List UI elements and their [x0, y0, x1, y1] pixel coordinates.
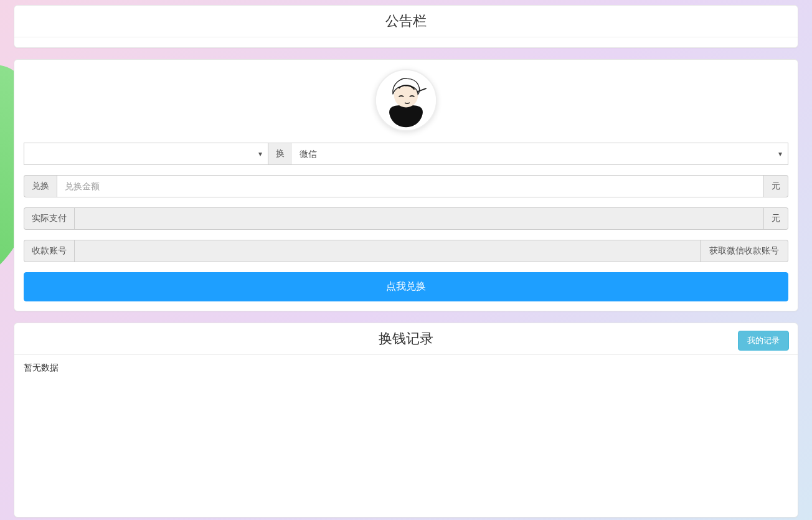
submit-exchange-button[interactable]: 点我兑换 [24, 272, 788, 301]
account-row: 收款账号 获取微信收款账号 [24, 240, 788, 262]
from-currency-select[interactable] [24, 143, 268, 165]
amount-prefix: 兑换 [24, 175, 57, 197]
records-title: 换钱记录 我的记录 [14, 323, 798, 355]
account-prefix: 收款账号 [24, 240, 74, 262]
avatar-image [376, 70, 436, 130]
swap-label: 换 [268, 143, 292, 165]
actual-pay-row: 实际支付 元 [24, 207, 788, 230]
exchange-form-panel: 换 微信 兑换 元 实际支付 元 收款账号 获取微信收款账号 点我兑换 [14, 59, 798, 311]
actual-pay-prefix: 实际支付 [24, 207, 74, 230]
announcement-title: 公告栏 [14, 6, 798, 37]
amount-input[interactable] [57, 175, 764, 197]
fetch-wechat-account-button[interactable]: 获取微信收款账号 [701, 240, 788, 262]
amount-row: 兑换 元 [24, 175, 788, 197]
records-title-text: 换钱记录 [379, 331, 433, 346]
records-body: 暂无数据 [14, 355, 798, 517]
amount-suffix: 元 [764, 175, 788, 197]
actual-pay-suffix: 元 [764, 207, 788, 230]
avatar [375, 69, 437, 131]
from-select-wrap [24, 143, 268, 165]
currency-select-row: 换 微信 [24, 143, 788, 165]
to-currency-select[interactable]: 微信 [292, 143, 788, 165]
actual-pay-input [74, 207, 764, 230]
to-select-wrap: 微信 [292, 143, 788, 165]
avatar-wrap [24, 69, 788, 131]
my-records-button[interactable]: 我的记录 [738, 331, 789, 351]
announcement-body [14, 37, 798, 47]
exchange-form-body: 换 微信 兑换 元 实际支付 元 收款账号 获取微信收款账号 点我兑换 [14, 60, 798, 311]
account-input [74, 240, 701, 262]
records-empty-text: 暂无数据 [24, 362, 788, 374]
records-panel: 换钱记录 我的记录 暂无数据 [14, 323, 798, 518]
announcement-panel: 公告栏 [14, 5, 798, 48]
